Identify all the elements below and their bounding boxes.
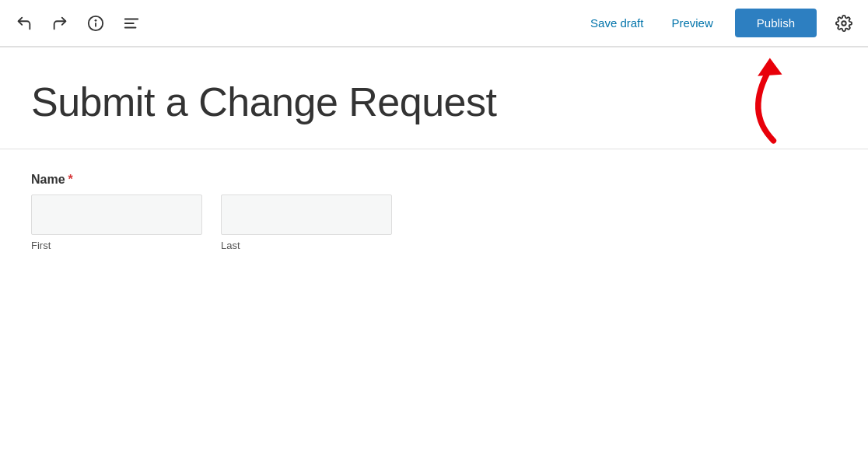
first-name-input[interactable] (31, 194, 202, 235)
toolbar: Save draft Preview Publish (0, 0, 868, 47)
toolbar-left (12, 12, 143, 35)
info-button[interactable] (84, 12, 107, 35)
first-sublabel: First (31, 240, 202, 251)
last-sublabel: Last (221, 240, 392, 251)
page-title: Submit a Change Request (31, 79, 837, 125)
menu-button[interactable] (120, 12, 143, 35)
save-draft-button[interactable]: Save draft (584, 13, 649, 33)
first-name-group: First (31, 194, 202, 251)
settings-icon (835, 15, 852, 32)
undo-button[interactable] (12, 12, 36, 35)
settings-button[interactable] (832, 12, 856, 35)
required-star: * (68, 173, 73, 187)
svg-point-6 (842, 21, 846, 26)
redo-icon (51, 15, 68, 32)
name-field-label: Name * (31, 173, 837, 187)
last-name-group: Last (221, 194, 392, 251)
undo-icon (16, 15, 33, 32)
name-label-text: Name (31, 173, 65, 187)
preview-button[interactable]: Preview (665, 13, 719, 33)
info-icon (87, 15, 104, 32)
toolbar-right: Save draft Preview Publish (584, 9, 856, 37)
publish-button[interactable]: Publish (735, 9, 817, 37)
name-fields-container: First Last (31, 194, 837, 251)
page-title-area: Submit a Change Request (0, 47, 868, 149)
last-name-input[interactable] (221, 194, 392, 235)
redo-button[interactable] (48, 12, 72, 35)
menu-icon (123, 15, 140, 32)
form-section: Name * First Last (0, 149, 868, 275)
